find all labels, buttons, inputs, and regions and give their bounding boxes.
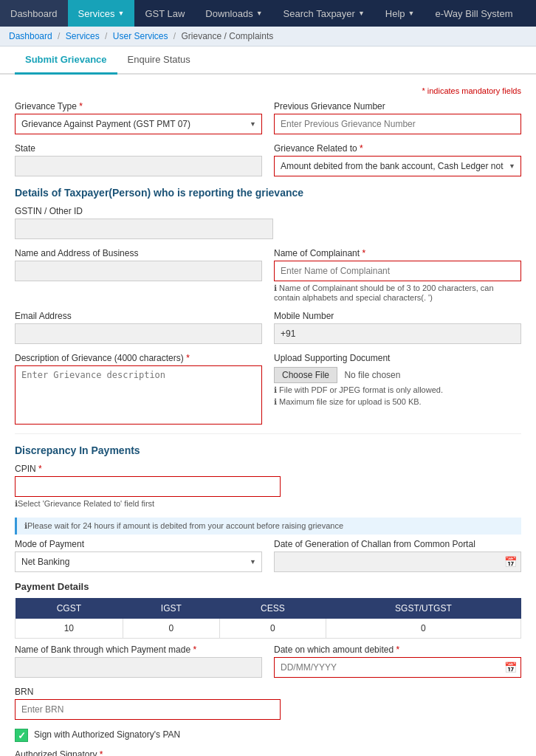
upload-group: Upload Supporting Document Choose File N…	[274, 353, 521, 425]
state-label: State	[15, 143, 262, 154]
mode-payment-group: Mode of Payment Net Banking	[15, 539, 262, 572]
form-row-1: Grievance Type * Grievance Against Payme…	[15, 101, 521, 134]
date-challan-wrap: 19/03/2019 📅	[274, 551, 521, 572]
form-row-brn: BRN	[15, 687, 521, 720]
form-row-cpin: CPIN * 19031200000036 ℹSelect 'Grievance…	[15, 464, 521, 509]
file-upload-area: Choose File No file chosen	[274, 367, 521, 383]
bank-group: Name of Bank through which Payment made …	[15, 645, 262, 678]
mode-payment-select-wrap: Net Banking	[15, 551, 262, 572]
sgst-value: 0	[326, 619, 520, 639]
form-row-payment-mode: Mode of Payment Net Banking Date of Gene…	[15, 539, 521, 572]
nav-gst-law[interactable]: GST Law	[134, 0, 195, 27]
grievance-type-select[interactable]: Grievance Against Payment (GST PMT 07)	[15, 114, 262, 134]
grievance-related-select-wrap: Amount debited from the bank account, Ca…	[274, 156, 521, 176]
form-row-gstin: GSTIN / Other ID 12APIPS0052D1ZF	[15, 206, 521, 239]
gstin-label: GSTIN / Other ID	[15, 206, 273, 216]
form-row-desc: Description of Grievance (4000 character…	[15, 353, 521, 425]
mobile-label: Mobile Number	[274, 311, 521, 321]
state-input: Arunachal Pradesh	[15, 156, 262, 176]
date-debit-label: Date on which amount debited *	[274, 645, 521, 655]
no-file-label: No file chosen	[344, 370, 400, 380]
breadcrumb-grievance: Grievance / Complaints	[182, 31, 274, 41]
tabs-bar: Submit Grievance Enquire Status	[0, 47, 536, 75]
complainant-input[interactable]	[274, 261, 521, 281]
date-challan-label: Date of Generation of Challan from Commo…	[274, 539, 521, 549]
prev-grievance-input[interactable]	[274, 114, 521, 134]
col-cess: CESS	[219, 598, 326, 619]
brn-group: BRN	[15, 687, 281, 720]
upload-hint2: ℹ Maximum file size for upload is 500 KB…	[274, 397, 521, 407]
description-textarea[interactable]	[15, 365, 262, 425]
wait-hint: ℹPlease wait for 24 hours if amount is d…	[15, 518, 521, 535]
mode-payment-select[interactable]: Net Banking	[15, 551, 262, 572]
nav-help[interactable]: Help	[375, 0, 425, 27]
grievance-type-group: Grievance Type * Grievance Against Payme…	[15, 101, 262, 134]
upload-hint1: ℹ File with PDF or JPEG format is only a…	[274, 385, 521, 395]
top-nav: Dashboard Services GST Law Downloads Sea…	[0, 0, 536, 27]
upload-label: Upload Supporting Document	[274, 353, 521, 363]
business-name-group: Name and Address of Business NURUL MOHAM…	[15, 248, 262, 302]
complainant-label: Name of Complainant *	[274, 248, 521, 258]
sign-pan-checkbox[interactable]	[15, 729, 28, 742]
description-group: Description of Grievance (4000 character…	[15, 353, 262, 425]
nav-search-taxpayer[interactable]: Search Taxpayer	[273, 0, 375, 27]
nav-dashboard[interactable]: Dashboard	[0, 0, 68, 27]
date-challan-input: 19/03/2019	[274, 551, 521, 572]
complainant-hint: ℹ Name of Complainant should be of 3 to …	[274, 284, 521, 302]
mobile-group: Mobile Number +91 8383987934	[274, 311, 521, 344]
form-row-contact: Email Address gstn0044@gmail.com Mobile …	[15, 311, 521, 344]
cpin-hint: ℹSelect 'Grievance Related to' field fir…	[15, 499, 281, 509]
cpin-label: CPIN *	[15, 464, 281, 474]
date-debit-wrap: 📅	[274, 657, 521, 678]
form-row-bank: Name of Bank through which Payment made …	[15, 645, 521, 678]
tab-submit-grievance[interactable]: Submit Grievance	[15, 47, 117, 75]
breadcrumb-user-services[interactable]: User Services	[113, 31, 168, 41]
breadcrumb-dashboard[interactable]: Dashboard	[9, 31, 52, 41]
payment-table: CGST IGST CESS SGST/UTGST 10 0 0 0	[15, 598, 521, 639]
main-content: indicates mandatory fields Grievance Typ…	[0, 75, 536, 756]
col-cgst: CGST	[16, 598, 123, 619]
gstin-group: GSTIN / Other ID 12APIPS0052D1ZF	[15, 206, 273, 239]
mobile-row: +91 8383987934	[274, 323, 521, 344]
grievance-related-label: Grievance Related to *	[274, 143, 521, 154]
mobile-input: 8383987934	[301, 323, 521, 344]
grievance-type-select-wrap: Grievance Against Payment (GST PMT 07)	[15, 114, 262, 134]
grievance-related-select[interactable]: Amount debited from the bank account, Ca…	[274, 156, 521, 176]
grievance-related-group: Grievance Related to * Amount debited fr…	[274, 143, 521, 176]
brn-label: BRN	[15, 687, 281, 697]
gstin-input: 12APIPS0052D1ZF	[15, 219, 273, 239]
col-igst: IGST	[123, 598, 219, 619]
nav-downloads[interactable]: Downloads	[195, 0, 272, 27]
breadcrumb-services[interactable]: Services	[66, 31, 100, 41]
payment-details-title: Payment Details	[15, 581, 521, 592]
cgst-value: 10	[16, 619, 123, 639]
cess-value: 0	[219, 619, 326, 639]
mandatory-note: indicates mandatory fields	[15, 86, 521, 95]
tab-enquire-status[interactable]: Enquire Status	[117, 47, 201, 75]
nav-services[interactable]: Services	[68, 0, 135, 27]
complainant-group: Name of Complainant * ℹ Name of Complain…	[274, 248, 521, 302]
discrepancy-title: Discrepancy In Payments	[15, 444, 521, 456]
state-group: State Arunachal Pradesh	[15, 143, 262, 176]
choose-file-button[interactable]: Choose File	[274, 367, 337, 383]
cpin-input[interactable]: 19031200000036	[15, 476, 281, 497]
breadcrumb: Dashboard / Services / User Services / G…	[0, 27, 536, 47]
email-group: Email Address gstn0044@gmail.com	[15, 311, 262, 344]
nav-eway[interactable]: e-Way Bill System	[425, 0, 523, 27]
auth-signatory-label: Authorized Signatory *	[15, 749, 177, 756]
mode-payment-label: Mode of Payment	[15, 539, 262, 549]
mobile-prefix: +91	[274, 323, 301, 344]
email-input: gstn0044@gmail.com	[15, 323, 262, 344]
date-challan-group: Date of Generation of Challan from Commo…	[274, 539, 521, 572]
prev-grievance-label: Previous Grievance Number	[274, 101, 521, 111]
brn-input[interactable]	[15, 699, 281, 720]
sign-pan-row: Sign with Authorized Signatory's PAN	[15, 729, 521, 742]
email-label: Email Address	[15, 311, 262, 321]
bank-input: ICICI BANK LIMITED	[15, 657, 262, 678]
form-row-signatory: Authorized Signatory * Select	[15, 749, 521, 756]
form-row-2: State Arunachal Pradesh Grievance Relate…	[15, 143, 521, 176]
date-debit-input[interactable]	[274, 657, 521, 678]
bank-label: Name of Bank through which Payment made …	[15, 645, 262, 655]
form-row-business: Name and Address of Business NURUL MOHAM…	[15, 248, 521, 302]
date-debit-group: Date on which amount debited * 📅	[274, 645, 521, 678]
